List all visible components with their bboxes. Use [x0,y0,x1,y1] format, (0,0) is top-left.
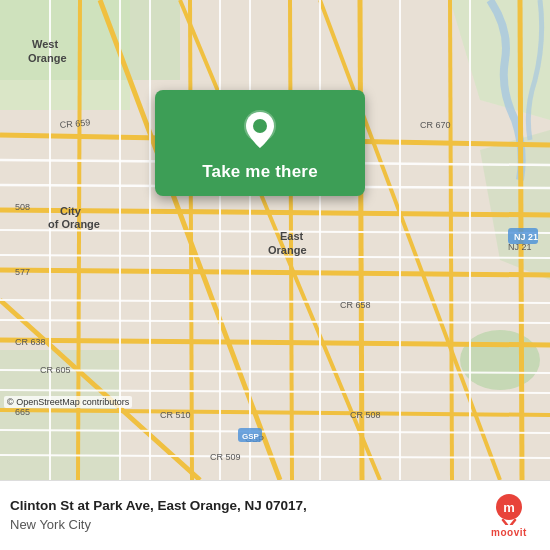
svg-point-64 [253,119,267,133]
svg-text:CR 605: CR 605 [40,365,71,375]
map-svg: CR 659 CR 670 508 577 CR 638 665 CR 510 … [0,0,550,480]
osm-attribution: © OpenStreetMap contributors [4,396,132,408]
svg-text:577: 577 [15,267,30,277]
svg-line-68 [511,520,515,525]
svg-line-17 [190,0,192,480]
svg-rect-2 [0,0,180,80]
svg-line-19 [360,0,362,480]
address-line2: New York City [10,516,307,534]
svg-text:CR 638: CR 638 [15,337,46,347]
svg-text:East: East [280,230,304,242]
location-pin-icon [238,108,282,152]
svg-text:CR 658: CR 658 [340,300,371,310]
address-line1: Clinton St at Park Ave, East Orange, NJ … [10,497,307,516]
svg-text:CR 670: CR 670 [420,120,451,130]
map-area: CR 659 CR 670 508 577 CR 638 665 CR 510 … [0,0,550,480]
svg-point-5 [460,330,540,390]
svg-line-67 [503,520,507,525]
svg-text:Orange: Orange [28,52,67,64]
bottom-bar: Clinton St at Park Ave, East Orange, NJ … [0,480,550,550]
svg-line-16 [78,0,80,480]
svg-text:City: City [60,205,82,217]
moovit-logo-icon: m [493,493,525,525]
address-block: Clinton St at Park Ave, East Orange, NJ … [10,497,307,534]
svg-text:NJ 21: NJ 21 [514,232,538,242]
svg-text:CR 510: CR 510 [160,410,191,420]
svg-text:West: West [32,38,58,50]
moovit-text: moovit [491,527,527,538]
moovit-logo: m moovit [480,493,538,538]
svg-text:m: m [503,500,515,515]
svg-text:CR 509: CR 509 [210,452,241,462]
svg-text:665: 665 [15,407,30,417]
action-card: Take me there [155,90,365,196]
svg-text:CR 508: CR 508 [350,410,381,420]
svg-line-20 [450,0,452,480]
svg-text:508: 508 [15,202,30,212]
svg-text:Orange: Orange [268,244,307,256]
svg-text:of Orange: of Orange [48,218,100,230]
take-me-there-button[interactable]: Take me there [202,162,318,182]
svg-text:GSP: GSP [242,432,260,441]
